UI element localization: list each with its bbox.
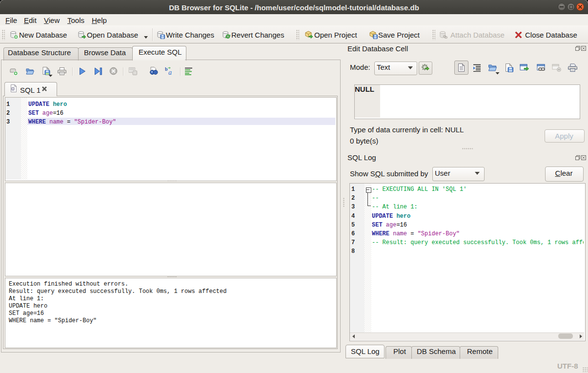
svg-text:a: a	[168, 69, 172, 76]
svg-text:b: b	[165, 66, 168, 72]
